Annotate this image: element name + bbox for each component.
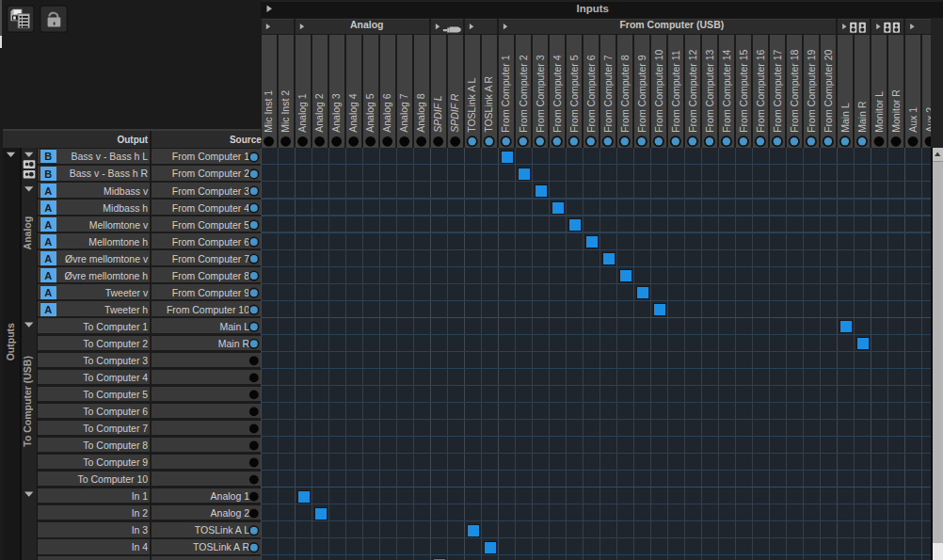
svg-text:From Computer 3: From Computer 3 bbox=[172, 185, 249, 197]
svg-text:Analog 4: Analog 4 bbox=[347, 93, 359, 133]
svg-text:From Computer 14: From Computer 14 bbox=[721, 50, 732, 133]
svg-text:To Computer 8: To Computer 8 bbox=[83, 440, 148, 451]
svg-text:Mic Inst 2: Mic Inst 2 bbox=[280, 90, 291, 133]
svg-text:A: A bbox=[44, 253, 52, 264]
svg-text:From Computer 19: From Computer 19 bbox=[806, 50, 817, 133]
svg-text:From Computer 15: From Computer 15 bbox=[738, 50, 749, 133]
svg-text:SPDIF R: SPDIF R bbox=[449, 93, 460, 133]
svg-text:Output: Output bbox=[117, 135, 148, 145]
svg-text:From Computer 6: From Computer 6 bbox=[585, 55, 597, 132]
svg-text:From Computer 5: From Computer 5 bbox=[568, 55, 580, 132]
svg-text:From Computer 4: From Computer 4 bbox=[551, 55, 563, 132]
svg-text:From Computer (USB): From Computer (USB) bbox=[619, 19, 724, 30]
svg-text:From Computer 1: From Computer 1 bbox=[500, 55, 511, 132]
svg-text:From Computer 11: From Computer 11 bbox=[670, 50, 681, 132]
svg-text:From Computer 10: From Computer 10 bbox=[653, 50, 664, 133]
svg-text:B: B bbox=[44, 168, 52, 180]
svg-text:Analog 1: Analog 1 bbox=[296, 93, 308, 133]
svg-text:Analog 2: Analog 2 bbox=[313, 93, 325, 133]
svg-text:To Computer 4: To Computer 4 bbox=[83, 372, 148, 383]
svg-text:To Computer 6: To Computer 6 bbox=[83, 406, 148, 417]
svg-text:From Computer 4: From Computer 4 bbox=[172, 202, 249, 214]
svg-text:From Computer 2: From Computer 2 bbox=[518, 55, 529, 132]
svg-text:To Computer 5: To Computer 5 bbox=[83, 389, 148, 400]
svg-text:Bass v - Bass h R: Bass v - Bass h R bbox=[70, 168, 149, 179]
svg-text:From Computer 18: From Computer 18 bbox=[789, 50, 800, 133]
svg-text:From Computer 13: From Computer 13 bbox=[704, 50, 715, 133]
svg-text:From Computer 7: From Computer 7 bbox=[172, 253, 249, 264]
svg-text:Main L: Main L bbox=[219, 321, 249, 332]
svg-text:To Computer 9: To Computer 9 bbox=[83, 456, 148, 468]
svg-text:From Computer 20: From Computer 20 bbox=[823, 50, 834, 133]
svg-text:Main R: Main R bbox=[218, 338, 250, 349]
svg-text:From Computer 2: From Computer 2 bbox=[172, 168, 249, 179]
svg-text:Analog 1: Analog 1 bbox=[211, 490, 250, 502]
svg-text:From Computer 7: From Computer 7 bbox=[602, 55, 614, 132]
svg-text:Analog 7: Analog 7 bbox=[398, 93, 409, 133]
svg-text:Monitor L: Monitor L bbox=[873, 91, 885, 133]
svg-text:From Computer 3: From Computer 3 bbox=[535, 55, 546, 132]
svg-text:A: A bbox=[44, 185, 52, 197]
svg-text:Aux 1: Aux 1 bbox=[907, 107, 919, 133]
svg-text:Main L: Main L bbox=[839, 103, 851, 133]
svg-text:In 1: In 1 bbox=[132, 490, 149, 502]
svg-text:TOSLink A R: TOSLink A R bbox=[193, 541, 249, 552]
svg-text:Mic Inst 1: Mic Inst 1 bbox=[263, 90, 274, 133]
svg-text:Midbass h: Midbass h bbox=[103, 202, 148, 214]
svg-text:Mellomtone h: Mellomtone h bbox=[88, 236, 148, 248]
svg-text:From Computer 8: From Computer 8 bbox=[172, 270, 249, 281]
svg-text:Analog: Analog bbox=[350, 19, 384, 30]
svg-text:To Computer 10: To Computer 10 bbox=[77, 473, 148, 485]
svg-text:A: A bbox=[44, 304, 52, 315]
svg-text:Analog: Analog bbox=[22, 216, 33, 250]
svg-text:In 4: In 4 bbox=[132, 541, 149, 552]
svg-text:Bass v - Bass h L: Bass v - Bass h L bbox=[71, 151, 148, 162]
svg-text:Inputs: Inputs bbox=[576, 3, 609, 14]
svg-text:Analog 8: Analog 8 bbox=[415, 93, 426, 133]
svg-text:Øvre mellomtone v: Øvre mellomtone v bbox=[65, 253, 149, 264]
svg-text:To Computer 7: To Computer 7 bbox=[83, 423, 148, 434]
svg-text:To Computer 1: To Computer 1 bbox=[83, 321, 148, 332]
svg-text:Tweeter h: Tweeter h bbox=[104, 304, 148, 315]
svg-text:Midbass v: Midbass v bbox=[104, 185, 149, 197]
svg-text:Øvre mellomtone h: Øvre mellomtone h bbox=[64, 270, 148, 281]
svg-text:TOSLink A L: TOSLink A L bbox=[466, 77, 477, 132]
svg-text:Analog 3: Analog 3 bbox=[330, 93, 342, 133]
svg-text:To Computer (USB): To Computer (USB) bbox=[22, 356, 33, 447]
svg-text:From Computer 1: From Computer 1 bbox=[172, 151, 249, 162]
svg-text:A: A bbox=[44, 270, 52, 281]
svg-text:Source: Source bbox=[230, 135, 262, 145]
svg-text:A: A bbox=[44, 236, 52, 248]
svg-text:From Computer 10: From Computer 10 bbox=[167, 304, 249, 315]
svg-text:Analog 2: Analog 2 bbox=[211, 507, 250, 519]
svg-text:From Computer 6: From Computer 6 bbox=[172, 236, 249, 248]
svg-text:Tweeter v: Tweeter v bbox=[105, 287, 149, 298]
svg-text:A: A bbox=[44, 219, 52, 231]
svg-text:Analog 6: Analog 6 bbox=[381, 93, 392, 133]
svg-text:Outputs: Outputs bbox=[5, 323, 16, 360]
svg-text:TOSLink A R: TOSLink A R bbox=[483, 75, 494, 132]
svg-text:Analog 5: Analog 5 bbox=[364, 93, 376, 133]
svg-text:From Computer 12: From Computer 12 bbox=[687, 50, 698, 133]
svg-text:To Computer 3: To Computer 3 bbox=[83, 355, 148, 366]
svg-text:From Computer 9: From Computer 9 bbox=[172, 287, 249, 298]
svg-text:From Computer 16: From Computer 16 bbox=[755, 50, 766, 133]
svg-text:From Computer 5: From Computer 5 bbox=[172, 219, 249, 231]
svg-text:SPDIF L: SPDIF L bbox=[432, 95, 443, 133]
svg-text:In 3: In 3 bbox=[132, 524, 149, 536]
svg-text:A: A bbox=[44, 287, 52, 298]
svg-text:Monitor R: Monitor R bbox=[890, 89, 902, 133]
svg-text:From Computer 8: From Computer 8 bbox=[619, 55, 631, 132]
svg-text:A: A bbox=[44, 202, 52, 214]
svg-text:In 2: In 2 bbox=[132, 507, 149, 519]
svg-text:Main R: Main R bbox=[856, 101, 868, 133]
svg-text:Mellomtone v: Mellomtone v bbox=[89, 219, 149, 231]
svg-text:From Computer 9: From Computer 9 bbox=[636, 55, 647, 132]
svg-text:TOSLink A L: TOSLink A L bbox=[195, 524, 249, 536]
svg-text:From Computer 17: From Computer 17 bbox=[772, 50, 783, 133]
svg-text:To Computer 2: To Computer 2 bbox=[83, 338, 148, 349]
svg-text:B: B bbox=[44, 151, 52, 162]
